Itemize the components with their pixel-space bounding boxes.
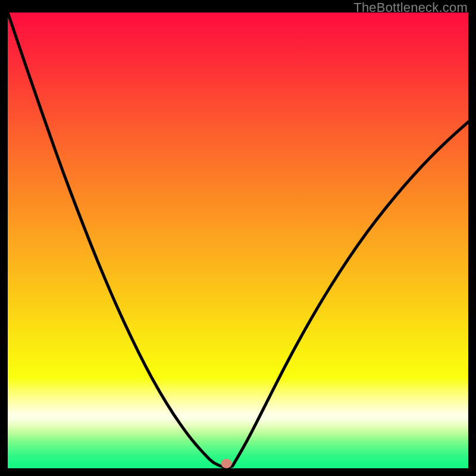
min-marker (221, 459, 232, 468)
watermark-text: TheBottleneck.com (353, 0, 468, 15)
gradient-background (8, 12, 468, 468)
bottleneck-chart (8, 12, 468, 468)
chart-frame (8, 12, 468, 468)
